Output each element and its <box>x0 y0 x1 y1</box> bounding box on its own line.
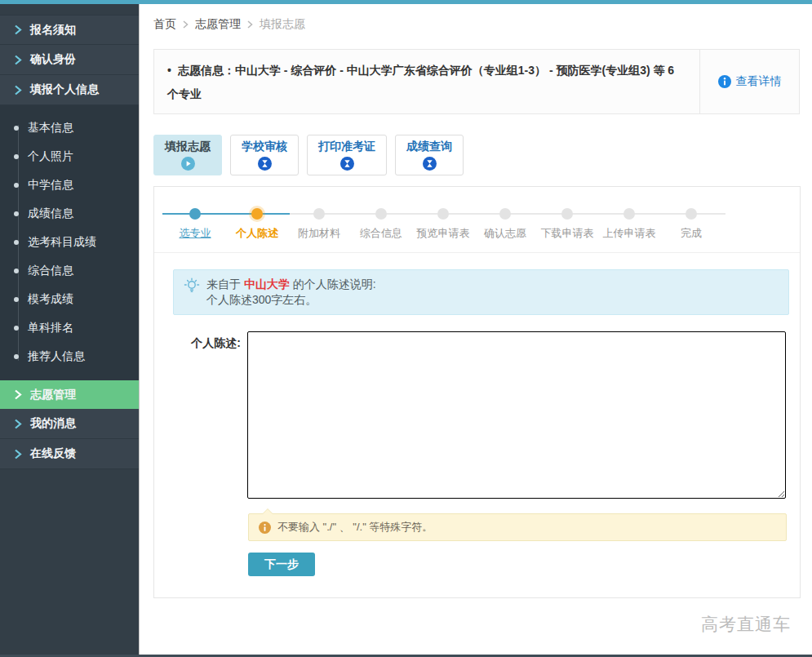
bullet-icon <box>14 183 19 188</box>
step-dot-3 <box>313 208 325 220</box>
page: 报名须知 确认身份 填报个人信息 基本信息 个人照片 中学信息 <box>0 0 812 657</box>
step-dot-1 <box>189 208 201 220</box>
sidebar-subitem-label: 综合信息 <box>28 264 73 278</box>
university-name: 中山大学 <box>244 277 290 291</box>
sidebar-sub-menu: 基本信息 个人照片 中学信息 成绩信息 选考科目成绩 综合信息 <box>0 105 139 380</box>
breadcrumb-application-management[interactable]: 志愿管理 <box>195 17 241 32</box>
stepper-progress <box>162 213 290 215</box>
sidebar-item-signup-notice[interactable]: 报名须知 <box>0 15 139 45</box>
sidebar-item-online-feedback[interactable]: 在线反馈 <box>0 439 139 469</box>
sidebar-item-label: 报名须知 <box>30 23 76 38</box>
next-step-button[interactable]: 下一步 <box>248 553 315 576</box>
chevron-right-icon <box>14 24 22 35</box>
notice-suffix: 的个人陈述说明: <box>290 277 376 291</box>
sidebar-subitem-subject-ranking[interactable]: 单科排名 <box>0 313 139 342</box>
sidebar-subitem-label: 中学信息 <box>28 178 73 193</box>
chevron-right-icon <box>14 55 22 65</box>
sidebar-item-label: 志愿管理 <box>30 388 76 402</box>
tab-label: 学校审核 <box>242 140 287 154</box>
bullet-icon <box>14 240 19 245</box>
sidebar: 报名须知 确认身份 填报个人信息 基本信息 个人照片 中学信息 <box>0 4 139 657</box>
chevron-right-icon <box>14 389 22 400</box>
special-characters-warning: 不要输入 "./" 、 "/." 等特殊字符。 <box>248 513 787 541</box>
sidebar-subitem-label: 选考科目成绩 <box>28 235 96 250</box>
main-content: 首页 志愿管理 填报志愿 •志愿信息：中山大学 - 综合评价 - 中山大学广东省… <box>139 4 812 657</box>
bullet-icon <box>14 326 19 331</box>
personal-statement-row: 个人陈述: <box>177 331 800 499</box>
tab-label: 打印准考证 <box>318 140 375 154</box>
bullet-icon <box>14 126 19 131</box>
sidebar-item-label: 在线反馈 <box>30 446 76 461</box>
play-icon <box>181 157 195 171</box>
notice-body: 个人陈述300字左右。 <box>206 293 317 306</box>
info-icon <box>259 522 271 534</box>
statement-instructions-notice: 来自于 中山大学 的个人陈述说明: 个人陈述300字左右。 <box>173 269 789 315</box>
bullet-icon <box>14 154 19 159</box>
progress-stepper: 选专业 个人陈述 附加材料 综合信息 预览申请表 确认志愿 下载申请表 上传申请… <box>154 187 800 253</box>
bullet-icon <box>14 297 19 302</box>
sidebar-item-label: 确认身份 <box>30 52 76 67</box>
breadcrumb: 首页 志愿管理 填报志愿 <box>140 4 812 32</box>
tab-score-inquiry[interactable]: 成绩查询 <box>395 135 464 175</box>
chevron-right-icon <box>14 85 22 95</box>
application-info-banner: •志愿信息：中山大学 - 综合评价 - 中山大学广东省综合评价（专业组1-3） … <box>153 49 800 114</box>
tab-print-admission-ticket[interactable]: 打印准考证 <box>307 135 387 175</box>
sidebar-subitem-school-info[interactable]: 中学信息 <box>0 171 139 199</box>
step-dot-2 <box>251 208 263 220</box>
chevron-right-icon <box>183 18 189 31</box>
step-dot-8 <box>623 208 635 220</box>
notice-text: 来自于 中山大学 的个人陈述说明: 个人陈述300字左右。 <box>206 277 376 308</box>
hourglass-icon <box>340 157 354 171</box>
sidebar-subitem-label: 推荐人信息 <box>28 349 85 364</box>
bullet-icon: • <box>167 64 171 77</box>
sidebar-subitem-score-info[interactable]: 成绩信息 <box>0 199 139 228</box>
application-info-value: 中山大学 - 综合评价 - 中山大学广东省综合评价（专业组1-3） - 预防医学… <box>167 64 674 100</box>
personal-statement-label: 个人陈述: <box>177 336 241 499</box>
application-card: 选专业 个人陈述 附加材料 综合信息 预览申请表 确认志愿 下载申请表 上传申请… <box>153 186 801 598</box>
sidebar-subitem-elective-scores[interactable]: 选考科目成绩 <box>0 228 139 256</box>
step-dot-4 <box>375 208 387 220</box>
sidebar-item-label: 我的消息 <box>30 416 76 431</box>
sidebar-subitem-personal-photo[interactable]: 个人照片 <box>0 142 139 171</box>
hourglass-icon <box>258 157 272 171</box>
sidebar-subitem-basic-info[interactable]: 基本信息 <box>0 113 139 142</box>
hourglass-icon <box>423 157 437 171</box>
info-icon <box>718 75 731 88</box>
step-label-finish: 完成 <box>642 226 740 241</box>
bullet-icon <box>14 354 19 359</box>
sidebar-item-label: 填报个人信息 <box>30 82 99 97</box>
personal-statement-textarea[interactable] <box>247 331 786 499</box>
view-details-label: 查看详情 <box>736 74 782 89</box>
sidebar-item-personal-info[interactable]: 填报个人信息 <box>0 75 139 105</box>
step-dot-5 <box>437 208 449 220</box>
sidebar-subitem-label: 成绩信息 <box>28 206 73 221</box>
bullet-icon <box>14 269 19 273</box>
chevron-right-icon <box>14 449 22 459</box>
bullet-icon <box>14 211 19 216</box>
application-info-text: •志愿信息：中山大学 - 综合评价 - 中山大学广东省综合评价（专业组1-3） … <box>154 50 699 113</box>
step-dot-7 <box>561 208 573 220</box>
sidebar-subitem-label: 基本信息 <box>28 121 73 135</box>
notice-prefix: 来自于 <box>206 277 244 291</box>
breadcrumb-home[interactable]: 首页 <box>153 17 176 32</box>
lightbulb-icon <box>184 277 200 308</box>
sidebar-subitem-recommender-info[interactable]: 推荐人信息 <box>0 342 139 371</box>
watermark-text: 高考直通车 <box>701 613 791 636</box>
sidebar-subitem-label: 模考成绩 <box>28 292 73 307</box>
chevron-right-icon <box>14 419 22 429</box>
sidebar-item-my-messages[interactable]: 我的消息 <box>0 409 139 439</box>
tab-school-review[interactable]: 学校审核 <box>230 135 299 175</box>
sidebar-subitem-comprehensive-info[interactable]: 综合信息 <box>0 256 139 285</box>
tab-fill-application[interactable]: 填报志愿 <box>153 135 222 175</box>
chevron-right-icon <box>247 18 253 31</box>
top-accent-bar <box>0 0 812 4</box>
sidebar-subitem-mock-exam-scores[interactable]: 模考成绩 <box>0 285 139 313</box>
sidebar-subitem-label: 个人照片 <box>28 149 73 164</box>
tab-label: 填报志愿 <box>165 140 211 154</box>
step-dot-6 <box>499 208 511 220</box>
status-tabs: 填报志愿 学校审核 打印准考证 成绩查询 <box>153 135 812 175</box>
sidebar-item-application-management[interactable]: 志愿管理 <box>0 380 139 409</box>
view-details-link[interactable]: 查看详情 <box>699 50 799 113</box>
sidebar-item-confirm-identity[interactable]: 确认身份 <box>0 45 139 75</box>
warning-text: 不要输入 "./" 、 "/." 等特殊字符。 <box>277 520 433 535</box>
